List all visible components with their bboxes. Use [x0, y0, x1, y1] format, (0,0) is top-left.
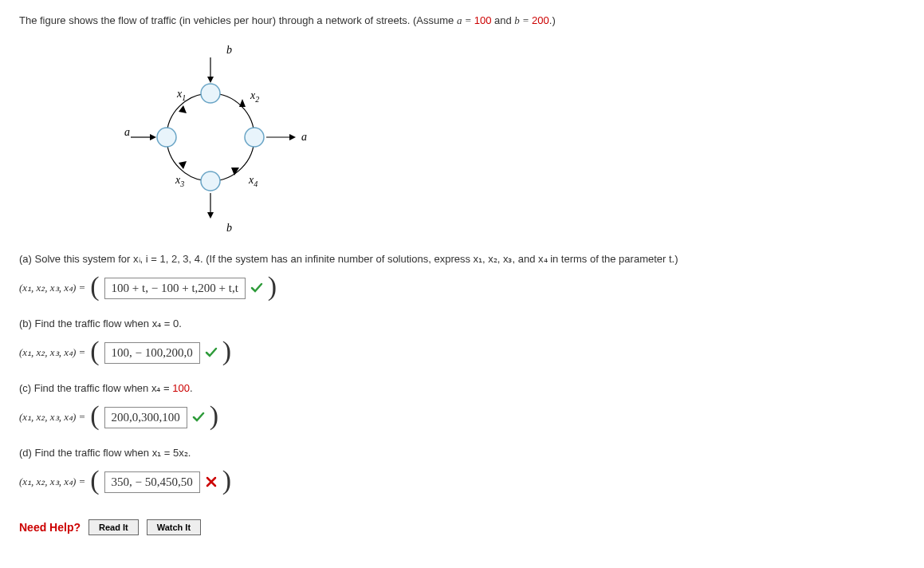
part-a-answer-row: (x₁, x₂, x₃, x₄) = ( 100 + t, − 100 + t,…: [19, 273, 905, 303]
part-c-answer-input[interactable]: 200,0,300,100: [104, 407, 187, 428]
svg-point-4: [245, 128, 264, 147]
part-d-question: (d) Find the traffic flow when x₁ = 5x₂.: [19, 447, 905, 459]
part-d-answer-input[interactable]: 350, − 50,450,50: [104, 471, 200, 493]
svg-point-1: [201, 84, 220, 103]
prompt-post: .): [549, 14, 556, 26]
part-a-lhs: (x₁, x₂, x₃, x₄) =: [19, 282, 85, 294]
label-a-right: a: [301, 131, 307, 143]
part-d-answer-row: (x₁, x₂, x₃, x₄) = ( 350, − 50,450,50 ): [19, 467, 905, 497]
prompt-pre: The figure shows the flow of traffic (in…: [19, 14, 457, 26]
svg-point-3: [157, 128, 176, 147]
svg-point-2: [201, 172, 220, 191]
close-paren: ): [210, 400, 218, 431]
svg-marker-6: [207, 77, 214, 83]
open-paren: (: [90, 465, 99, 495]
part-d-lhs: (x₁, x₂, x₃, x₄) =: [19, 475, 85, 488]
open-paren: (: [90, 400, 99, 431]
prompt-b-eq: b =: [514, 14, 532, 26]
label-x4: x4: [248, 174, 258, 188]
label-a-left: a: [124, 126, 130, 138]
open-paren: (: [90, 271, 99, 302]
prompt-a-eq: a =: [457, 14, 474, 26]
prompt-mid: and: [491, 14, 514, 26]
cross-icon: [205, 475, 218, 488]
open-paren: (: [90, 336, 99, 366]
part-c-answer-row: (x₁, x₂, x₃, x₄) = ( 200,0,300,100 ): [19, 402, 905, 432]
check-icon: [205, 346, 218, 359]
watch-it-button[interactable]: Watch It: [147, 519, 201, 535]
svg-marker-8: [207, 212, 214, 219]
need-help-label: Need Help?: [19, 521, 81, 534]
svg-marker-14: [239, 99, 246, 107]
label-x3: x3: [175, 174, 184, 188]
problem-statement: The figure shows the flow of traffic (in…: [19, 14, 905, 27]
label-b-top: b: [226, 44, 232, 56]
part-a-answer-input[interactable]: 100 + t, − 100 + t,200 + t,t: [104, 278, 246, 299]
prompt-a-val: 100: [474, 14, 492, 26]
part-b-answer-input[interactable]: 100, − 100,200,0: [104, 342, 200, 364]
close-paren: ): [268, 271, 277, 302]
read-it-button[interactable]: Read It: [88, 519, 139, 535]
label-x1: x1: [176, 88, 186, 102]
prompt-b-val: 200: [532, 14, 549, 26]
part-b-lhs: (x₁, x₂, x₃, x₄) =: [19, 346, 85, 359]
network-diagram: b b a a x1 x2 x3 x4: [107, 41, 905, 235]
part-b-answer-row: (x₁, x₂, x₃, x₄) = ( 100, − 100,200,0 ): [19, 337, 905, 368]
check-icon: [250, 282, 263, 294]
label-b-bottom: b: [226, 222, 232, 233]
part-c-q-post: .: [190, 382, 193, 394]
part-c-lhs: (x₁, x₂, x₃, x₄) =: [19, 411, 85, 424]
part-c-q-pre: (c) Find the traffic flow when x₄ =: [19, 382, 172, 394]
svg-marker-10: [150, 134, 156, 140]
part-b-question: (b) Find the traffic flow when x₄ = 0.: [19, 318, 905, 329]
close-paren: ): [222, 336, 231, 366]
part-c-question: (c) Find the traffic flow when x₄ = 100.: [19, 382, 905, 394]
part-a-question: (a) Solve this system for xᵢ, i = 1, 2, …: [19, 253, 905, 265]
check-icon: [192, 411, 205, 424]
need-help-row: Need Help? Read It Watch It: [19, 519, 905, 535]
part-c-q-val: 100: [172, 382, 190, 394]
label-x2: x2: [250, 89, 259, 104]
svg-marker-12: [289, 134, 296, 140]
close-paren: ): [222, 465, 231, 495]
